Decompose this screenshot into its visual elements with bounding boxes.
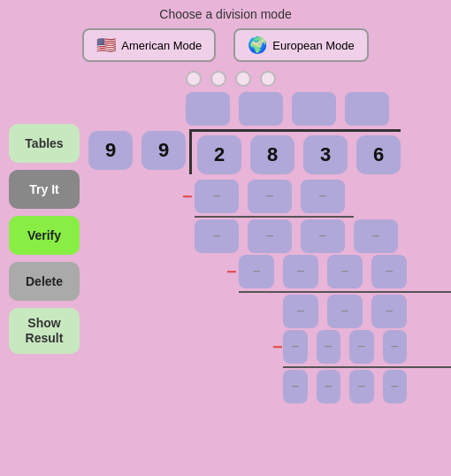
work-cell-5-4[interactable]: − — [383, 330, 408, 364]
red-dash-2: − — [226, 262, 237, 282]
result-cell-1[interactable] — [186, 92, 230, 126]
result-cells-row — [88, 92, 407, 126]
work-row-2: − − − − — [88, 219, 407, 253]
work-row-5: − − − − — [88, 330, 407, 364]
european-mode-label: European Mode — [272, 39, 355, 52]
work-row-3: − − − − — [88, 255, 407, 288]
work-cell-5-3[interactable]: − — [349, 330, 374, 364]
work-cell-6-1[interactable]: − — [283, 370, 308, 403]
red-dash-3: − — [272, 337, 283, 357]
dividend-digit-4: 6 — [356, 135, 401, 174]
circle-3 — [235, 71, 251, 87]
circle-4 — [260, 71, 276, 87]
american-mode-label: American Mode — [121, 39, 202, 52]
work-row-6: − − − − — [88, 370, 407, 403]
work-cell-2-3[interactable]: − — [301, 219, 345, 253]
main-number-row: 9 9 2 8 3 6 — [88, 129, 407, 174]
circles-row — [88, 71, 407, 87]
showresult-button[interactable]: Show Result — [9, 308, 80, 354]
divider-2 — [239, 291, 451, 293]
work-row-1: − − − — [88, 180, 407, 213]
circle-2 — [210, 71, 226, 87]
work-cell-4-2[interactable]: − — [327, 295, 363, 328]
american-mode-button[interactable]: 🇺🇸 American Mode — [82, 28, 216, 62]
work-cell-6-2[interactable]: − — [317, 370, 341, 403]
work-cell-2-1[interactable]: − — [195, 219, 239, 253]
european-mode-button[interactable]: 🌍 European Mode — [233, 28, 369, 62]
division-grid: 9 9 2 8 3 6 — [88, 71, 407, 405]
work-cell-2-4[interactable]: − — [354, 219, 398, 253]
work-cell-6-4[interactable]: − — [383, 370, 408, 403]
work-cell-3-2[interactable]: − — [283, 255, 318, 288]
work-cell-1-2[interactable]: − — [248, 180, 292, 213]
header: Choose a division mode — [0, 0, 451, 21]
american-flag-icon: 🇺🇸 — [96, 35, 116, 55]
work-cell-3-4[interactable]: − — [371, 255, 407, 288]
work-cell-3-3[interactable]: − — [327, 255, 363, 288]
dividend-digit-3: 3 — [303, 135, 348, 174]
work-cell-4-1[interactable]: − — [283, 295, 318, 328]
red-dash-1: − — [182, 187, 193, 207]
work-cell-5-1[interactable]: − — [283, 330, 308, 364]
dividend-digit-2: 8 — [250, 135, 294, 174]
work-row-6-container: − − − − — [88, 370, 407, 403]
result-cell-3[interactable] — [292, 92, 336, 126]
dividend-digit-1: 2 — [197, 135, 241, 174]
result-cell-2[interactable] — [239, 92, 283, 126]
work-cell-1-1[interactable]: − — [195, 180, 239, 213]
circle-1 — [186, 71, 202, 87]
tryit-button[interactable]: Try It — [9, 170, 80, 209]
european-flag-icon: 🌍 — [248, 35, 267, 55]
dividend-bracket: 2 8 3 6 — [189, 129, 401, 174]
delete-button[interactable]: Delete — [9, 262, 80, 301]
work-cell-3-1[interactable]: − — [239, 255, 274, 288]
work-row-3-container: − − − − − — [88, 255, 407, 293]
work-cell-6-3[interactable]: − — [349, 370, 374, 403]
divisor-digit-2: 9 — [141, 131, 186, 170]
tables-button[interactable]: Tables — [9, 124, 80, 163]
work-row-4-container: − − − — [88, 295, 407, 328]
work-row-5-container: − − − − − — [88, 330, 407, 368]
work-row-2-container: − − − − — [88, 219, 407, 253]
header-title: Choose a division mode — [159, 7, 291, 21]
divisor-digit-1: 9 — [88, 131, 133, 170]
work-row-4: − − − — [88, 295, 407, 328]
work-cell-4-3[interactable]: − — [371, 295, 407, 328]
work-cell-1-3[interactable]: − — [301, 180, 345, 213]
verify-button[interactable]: Verify — [9, 216, 80, 255]
work-cell-2-2[interactable]: − — [248, 219, 292, 253]
mode-buttons: 🇺🇸 American Mode 🌍 European Mode — [0, 28, 451, 62]
result-cell-4[interactable] — [345, 92, 389, 126]
divider-3 — [283, 366, 451, 368]
work-cell-5-2[interactable]: − — [317, 330, 341, 364]
divisor-cells: 9 9 — [88, 129, 186, 170]
divider-1 — [195, 216, 354, 218]
left-buttons: Tables Try It Verify Delete Show Result — [9, 124, 80, 354]
work-row-1-container: − − − − — [88, 180, 407, 218]
